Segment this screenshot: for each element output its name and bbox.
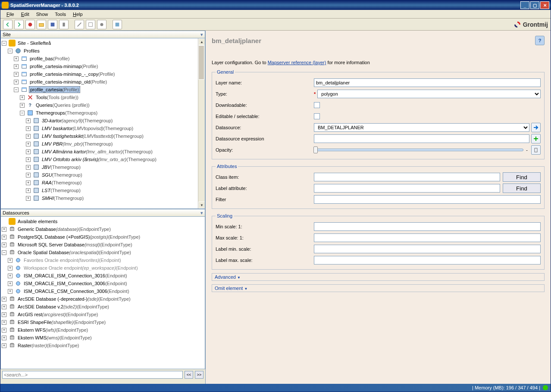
tree-item-selected[interactable]: profile_cartesia (Profile) [29, 86, 80, 93]
delete-button[interactable] [59, 20, 69, 29]
min-scale-input[interactable] [314, 222, 541, 231]
editable-selectable-checkbox[interactable] [314, 113, 320, 119]
expander-icon[interactable]: + [2, 328, 6, 333]
expander-icon[interactable]: + [26, 180, 31, 185]
close-button[interactable]: ✕ [540, 1, 549, 9]
expander-icon[interactable]: + [14, 72, 19, 77]
type-select[interactable]: polygon [317, 90, 541, 98]
tree-item[interactable]: ArcSDE Database (-deprecated-) (sde) (En… [17, 296, 131, 302]
expander-icon[interactable]: + [20, 95, 25, 100]
expander-icon[interactable]: + [8, 274, 13, 278]
tree-item[interactable]: ISM_ORACLE_CSM_Connection_3006 (Endpoint… [23, 288, 130, 295]
home-button[interactable] [25, 20, 35, 29]
mapserver-reference-link[interactable]: Mapserver reference (layer) [268, 60, 326, 65]
datasource-go-button[interactable] [531, 123, 541, 132]
tree-item[interactable]: JBV (Themegroup) [41, 164, 81, 171]
maximize-button[interactable]: ▢ [530, 1, 539, 9]
expander-icon[interactable]: + [14, 64, 19, 69]
expander-icon[interactable]: + [14, 56, 19, 61]
tree-item[interactable]: Tools (Tools (profile)) [35, 94, 79, 101]
expander-icon[interactable]: + [26, 196, 31, 201]
tree-item[interactable]: Site - Skellefteå [17, 40, 52, 47]
search-input[interactable] [2, 371, 183, 379]
label-attribute-find-button[interactable]: Find [503, 184, 541, 193]
save-button[interactable] [48, 20, 57, 29]
datasources-tree[interactable]: Available elements +Generic Database (da… [1, 217, 205, 350]
advanced-toggle[interactable]: Advanced ▼ [212, 273, 545, 281]
expander-icon[interactable]: + [26, 165, 31, 170]
minimize-button[interactable]: _ [520, 1, 529, 9]
menu-show[interactable]: Show [33, 11, 52, 18]
tree-item[interactable]: Queries (Queries (profile)) [35, 102, 91, 109]
expander-icon[interactable]: + [26, 118, 31, 123]
expander-icon[interactable]: + [26, 126, 31, 131]
expander-icon[interactable]: + [8, 266, 13, 271]
menu-tools[interactable]: Tools [51, 11, 69, 18]
expander-icon[interactable]: + [2, 336, 6, 340]
tree-item[interactable]: Generic Database (database) (EndpointTyp… [17, 226, 112, 233]
tree-item[interactable]: Raster (raster) (EndpointType) [17, 342, 80, 349]
search-prev-button[interactable]: << [185, 371, 193, 379]
class-item-input[interactable] [314, 173, 500, 181]
expander-icon[interactable]: + [8, 258, 13, 263]
search-next-button[interactable]: >> [195, 371, 203, 379]
expander-icon[interactable]: + [2, 297, 6, 302]
expander-icon[interactable]: − [20, 111, 25, 115]
open-button[interactable] [37, 20, 46, 29]
forward-button[interactable] [14, 20, 24, 29]
tree-item[interactable]: Oracle Spatial Database (oraclespatial) … [17, 249, 132, 256]
tree-item[interactable]: profile_cartesia-minimap_old (Profile) [29, 78, 108, 85]
expander-icon[interactable]: + [2, 227, 6, 232]
datasource-expression-input[interactable] [314, 134, 529, 143]
tree-item[interactable]: LST (Themegroup) [41, 187, 81, 194]
expander-icon[interactable]: + [26, 173, 31, 177]
expander-icon[interactable]: + [20, 103, 25, 108]
scrollbar[interactable]: ▲▼ [198, 38, 205, 208]
tree-item[interactable]: RAA (Themegroup) [41, 179, 82, 186]
omit-element-toggle[interactable]: Omit element ▼ [212, 284, 545, 292]
expander-icon[interactable]: + [26, 188, 31, 193]
tree-item[interactable]: Microsoft SQL Server Database (mssql) (E… [17, 241, 133, 248]
menu-edit[interactable]: Edit [18, 11, 33, 18]
site-tree[interactable]: −Site - Skellefteå −Profiles +profile_ba… [1, 38, 205, 203]
expander-icon[interactable]: + [26, 157, 31, 162]
tree-item[interactable]: PostgreSQL Database (+PostGIS) (postgis)… [17, 233, 141, 240]
tool-d-button[interactable] [113, 20, 122, 29]
expander-icon[interactable]: − [2, 41, 6, 46]
tree-item[interactable]: ISM_ORACLE_ISM_Connection_3006 (Endpoint… [23, 280, 128, 287]
tree-item[interactable]: SMHI (Themegroup) [41, 195, 85, 202]
expander-icon[interactable]: − [8, 49, 13, 53]
max-scale-input[interactable] [314, 233, 541, 242]
tree-item[interactable]: LMV fastighetsskikt (LMVfasttextd) (Them… [41, 133, 144, 140]
label-max-scale-input[interactable] [314, 256, 541, 264]
menu-file[interactable]: File [3, 11, 18, 18]
tree-item[interactable]: LMV Ortofoto arkiv (årsvis) (lmv_orto_ar… [41, 156, 157, 163]
expander-icon[interactable]: − [2, 250, 6, 255]
filter-input[interactable] [314, 195, 541, 204]
menu-help[interactable]: Help [69, 11, 86, 18]
downloadable-checkbox[interactable] [314, 102, 320, 108]
back-button[interactable] [3, 20, 13, 29]
tree-item[interactable]: profile_cartesia-minimap_-_copy (Profile… [29, 71, 116, 78]
tree-item[interactable]: Ekstern WMS (wms) (EndpointType) [17, 334, 93, 341]
label-attribute-input[interactable] [314, 184, 500, 193]
tree-item[interactable]: LMV Allmänna kartor (lmv_allm_kartor) (T… [41, 148, 153, 155]
tool-b-button[interactable] [86, 20, 95, 29]
expander-icon[interactable]: + [8, 281, 13, 286]
tree-item[interactable]: ArcGIS rest (arcgisrest) (EndpointType) [17, 311, 99, 318]
help-button[interactable]: ? [535, 36, 545, 45]
label-min-scale-input[interactable] [314, 245, 541, 253]
expander-icon[interactable]: + [2, 235, 6, 240]
tree-item[interactable]: Available elements [17, 218, 58, 225]
datasources-panel-header[interactable]: Datasources▾ [0, 209, 205, 217]
class-item-find-button[interactable]: Find [503, 172, 541, 182]
tool-a-button[interactable] [75, 20, 84, 29]
expander-icon[interactable]: + [2, 320, 6, 325]
expander-icon[interactable]: + [26, 134, 31, 139]
expander-icon[interactable]: + [26, 142, 31, 146]
expander-icon[interactable]: + [2, 243, 6, 247]
expander-icon[interactable]: + [2, 305, 6, 309]
tree-item[interactable]: ISM_ORACLE_ISM_Connection_3016 (Endpoint… [23, 272, 128, 279]
expander-icon[interactable]: + [26, 149, 31, 154]
tree-item[interactable]: 3D-kartor (agency9) (Themegroup) [41, 117, 113, 124]
